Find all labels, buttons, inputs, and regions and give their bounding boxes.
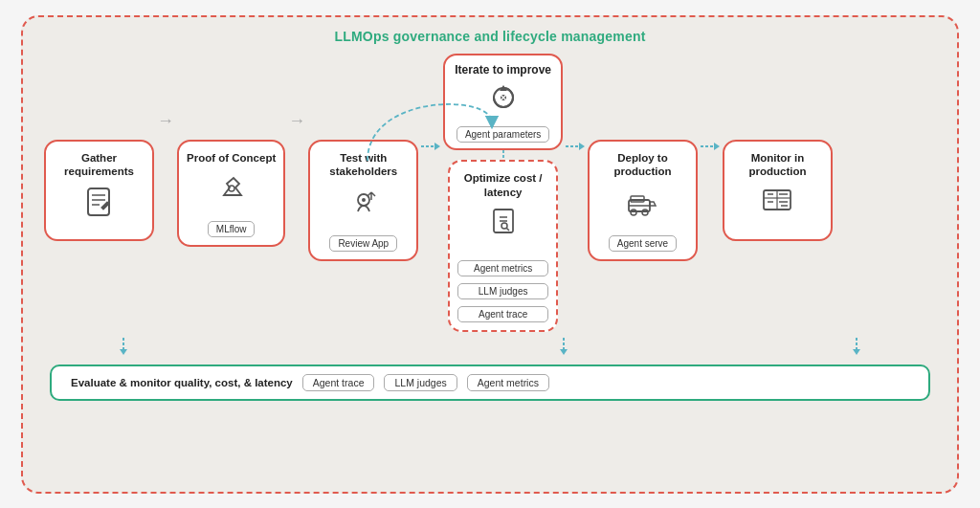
arrow-2: → <box>288 111 305 131</box>
step-gather: Gather requirements <box>44 54 154 280</box>
optimize-tags: Agent metrics LLM judges Agent trace <box>457 256 548 322</box>
step-icon-monitor <box>760 185 794 226</box>
optimize-tag-2: Agent trace <box>457 306 548 322</box>
eval-title: Evaluate & monitor quality, cost, & late… <box>71 377 293 388</box>
step-box-test: Test with stakeholders Review App <box>308 140 418 262</box>
iterate-title: Iterate to improve <box>455 63 551 78</box>
step-title-gather: Gather requirements <box>54 151 145 180</box>
svg-marker-34 <box>120 349 127 355</box>
step-title-deploy: Deploy to production <box>597 151 688 180</box>
step-tag-test: Review App <box>329 235 397 252</box>
eval-bar: Evaluate & monitor quality, cost, & late… <box>50 364 930 401</box>
svg-marker-38 <box>560 349 568 355</box>
step-iterate-optimize: Iterate to improve Agent parameters <box>443 54 563 336</box>
arrow-4 <box>566 140 585 153</box>
eval-tag-2: Agent metrics <box>467 374 549 391</box>
svg-point-6 <box>362 198 366 202</box>
step-poc: Proof of Concept MLflow <box>177 54 285 286</box>
step-box-optimize: Optimize cost / latency Agent metrics LL… <box>448 160 558 332</box>
svg-point-20 <box>642 210 648 215</box>
step-icon-optimize <box>486 206 521 247</box>
optimize-tag-1: LLM judges <box>457 283 548 299</box>
optimize-tag-0: Agent metrics <box>457 260 548 276</box>
svg-marker-16 <box>579 143 585 150</box>
step-title-poc: Proof of Concept <box>187 151 276 166</box>
step-box-gather: Gather requirements <box>44 140 154 242</box>
svg-marker-22 <box>714 143 720 150</box>
step-icon-deploy <box>625 185 659 226</box>
iterate-icon <box>487 81 520 120</box>
arrow-3 <box>421 140 440 153</box>
step-box-poc: Proof of Concept MLflow <box>177 140 285 248</box>
arrow-5 <box>701 140 720 153</box>
step-title-test: Test with stakeholders <box>318 151 409 180</box>
down-arrow-optimize <box>490 338 636 355</box>
step-icon-poc <box>214 170 249 211</box>
svg-marker-41 <box>853 349 860 355</box>
svg-marker-8 <box>434 143 440 150</box>
step-box-monitor: Monitor in production <box>723 140 833 242</box>
iterate-box: Iterate to improve Agent parameters <box>443 54 563 151</box>
step-tag-deploy: Agent serve <box>609 235 677 252</box>
down-arrow-deploy <box>636 338 783 355</box>
iterate-tag: Agent parameters <box>457 126 550 143</box>
step-icon-gather <box>82 185 117 226</box>
llmops-diagram: LLMOps governance and lifecycle manageme… <box>21 15 959 494</box>
down-arrow-gather <box>50 338 196 355</box>
down-arrow-monitor <box>784 338 930 355</box>
step-title-monitor: Monitor in production <box>732 151 823 180</box>
svg-rect-0 <box>88 188 109 215</box>
step-box-deploy: Deploy to production Agent serve <box>588 140 698 262</box>
diagram-title: LLMOps governance and lifecycle manageme… <box>38 29 942 44</box>
svg-point-19 <box>631 210 636 215</box>
svg-rect-18 <box>631 196 644 202</box>
step-test: Test with stakeholders Review App <box>308 54 418 300</box>
down-arrow-poc <box>196 338 343 355</box>
step-deploy: Deploy to production Agent serve <box>588 54 698 300</box>
step-monitor: Monitor in production <box>723 54 833 280</box>
step-icon-test <box>346 185 381 226</box>
down-arrow-test <box>344 338 490 355</box>
arrow-1: → <box>157 111 174 131</box>
step-tag-poc: MLflow <box>208 221 256 237</box>
step-title-optimize: Optimize cost / latency <box>457 171 548 200</box>
eval-tag-1: LLM judges <box>384 374 457 391</box>
eval-tag-0: Agent trace <box>302 374 375 391</box>
